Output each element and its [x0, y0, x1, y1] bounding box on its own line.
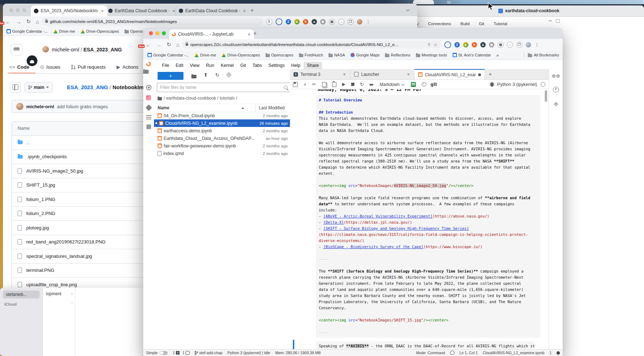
- global-nav-menu-button[interactable]: [11, 44, 22, 55]
- close-window-icon[interactable]: [9, 8, 13, 12]
- window-controls[interactable]: [9, 8, 29, 13]
- commit-author[interactable]: michele-ornl: [26, 104, 54, 109]
- menu-item[interactable]: Kernel: [218, 62, 237, 69]
- mountain-ext-icon[interactable]: ▲: [312, 19, 317, 24]
- forward-icon[interactable]: →: [156, 42, 162, 48]
- git-icon[interactable]: [145, 104, 152, 111]
- stop-kernel-icon[interactable]: [351, 83, 354, 86]
- kernel-status-icon[interactable]: [541, 82, 545, 87]
- paste-cells-icon[interactable]: [332, 82, 336, 87]
- new-tab-button[interactable]: +: [253, 30, 257, 37]
- file-row[interactable]: earthaccess-demo.ipynb 2 months ago: [154, 127, 290, 134]
- notification-count[interactable]: 1: [549, 351, 552, 355]
- bookmark-item[interactable]: Openscapes: [266, 53, 294, 57]
- forward-icon[interactable]: →: [16, 19, 21, 25]
- pane-tab[interactable]: Tutorial: [494, 22, 507, 26]
- close-tab-icon[interactable]: ×: [406, 72, 411, 77]
- file-name-link[interactable]: .ipynb_checkpoints: [27, 154, 67, 159]
- terminal-count[interactable]: 1 $: [173, 351, 180, 355]
- tab-actions[interactable]: ▶ Actions: [117, 64, 139, 70]
- git-clone-icon[interactable]: [226, 72, 232, 78]
- browser-menu-icon[interactable]: ⋮: [535, 42, 539, 47]
- sidepanel-ext-icon[interactable]: ❐: [516, 42, 522, 48]
- sidebar-toggle-button[interactable]: [10, 82, 21, 93]
- git-toolbar-label[interactable]: git: [431, 82, 437, 87]
- profile-avatar[interactable]: [526, 42, 531, 47]
- browser-menu-icon[interactable]: ⋮: [366, 19, 371, 24]
- menu-item[interactable]: View: [187, 62, 203, 69]
- sidebar-item-user[interactable]: stefanieb...: [3, 291, 40, 298]
- simple-mode-toggle[interactable]: [160, 351, 168, 355]
- menu-item[interactable]: Settings: [265, 62, 288, 69]
- file-name-link[interactable]: spectral_signatures_landsat.jpg: [26, 254, 92, 259]
- restart-run-all-icon[interactable]: ▶▶: [369, 83, 373, 86]
- bookmark-item[interactable]: Google Calendar -...: [148, 53, 189, 57]
- git-branch-status[interactable]: stef-add-chap: [195, 351, 222, 355]
- sidepanel-ext-icon[interactable]: ❐: [348, 19, 354, 25]
- reader-ext-icon[interactable]: ▤: [329, 19, 335, 25]
- bookmark-item[interactable]: Google Calendar -...: [6, 29, 48, 33]
- file-row[interactable]: Earthdata_Cloud__Data_Access_OPeNDAP... …: [154, 134, 290, 142]
- scrollbar-thumb[interactable]: [545, 90, 547, 102]
- copy-cells-icon[interactable]: [322, 82, 326, 87]
- new-launcher-button[interactable]: +: [158, 72, 183, 80]
- profile-avatar[interactable]: [357, 19, 362, 24]
- restart-kernel-icon[interactable]: ↻: [360, 82, 364, 87]
- tab-pull-requests[interactable]: Pull requests: [71, 64, 106, 70]
- reload-icon[interactable]: ↻: [26, 18, 31, 25]
- finder-row[interactable]: lopment ›: [42, 288, 75, 298]
- branch-selector[interactable]: main: [24, 82, 53, 93]
- mountain-ext-icon[interactable]: ▲: [480, 42, 486, 47]
- close-tab-icon[interactable]: ×: [100, 8, 104, 14]
- tab-issues[interactable]: ⊙ Issues: [40, 64, 60, 70]
- home-folder-icon[interactable]: [158, 97, 162, 100]
- home-icon[interactable]: ⌂: [36, 19, 39, 25]
- bookmarks-overflow-chevron[interactable]: »: [496, 53, 499, 58]
- download-ext-icon[interactable]: ↓: [338, 19, 344, 25]
- menu-item[interactable]: Help: [288, 62, 304, 69]
- pane-minimize-icon[interactable]: [549, 20, 552, 21]
- zotero-icon[interactable]: Z: [454, 42, 460, 47]
- bookmark-item[interactable]: Drive-Openscapes: [222, 53, 260, 57]
- bookmark-item[interactable]: NASA: [328, 53, 345, 57]
- bitly-icon[interactable]: b: [303, 19, 308, 24]
- pane-tab[interactable]: Build: [461, 22, 470, 26]
- file-name-link[interactable]: plotveg.jpg: [26, 225, 49, 231]
- file-row[interactable]: fair-workflow-geoweaver-demo.ipynb 2 mon…: [154, 142, 290, 150]
- clock-icon[interactable]: [422, 82, 426, 87]
- bookmark-star-icon[interactable]: ☆: [434, 42, 437, 47]
- cursor-position[interactable]: Ln 1, Col 1: [459, 351, 478, 355]
- file-name-link[interactable]: red_band_ang20190627t223018.PNG: [26, 239, 105, 245]
- save-icon[interactable]: [293, 82, 298, 87]
- zoom-window-icon[interactable]: [22, 8, 26, 12]
- close-tab-icon[interactable]: ×: [247, 32, 251, 37]
- bookmark-item[interactable]: Meetings tools: [416, 53, 447, 57]
- file-list-header[interactable]: Name Last Modified: [154, 104, 290, 112]
- tab-terminal[interactable]: $ Terminal 3 ×: [290, 69, 350, 79]
- commit-message[interactable]: add folium grabs images: [57, 104, 108, 109]
- menu-item[interactable]: Run: [203, 62, 218, 69]
- share-page-icon[interactable]: ⇪: [427, 42, 431, 47]
- browser-tab[interactable]: EarthData Cloud Cookbook - W ×: [176, 5, 249, 16]
- minimize-window-icon[interactable]: [16, 8, 20, 12]
- bookmark-item[interactable]: Reflections: [385, 53, 410, 57]
- onepassword-icon[interactable]: ◌: [444, 41, 451, 48]
- cell-type-dropdown[interactable]: Markdown: [380, 82, 404, 87]
- bookmark-item[interactable]: St. Ann's Calendar: [453, 53, 491, 57]
- zotero-icon[interactable]: Z: [286, 19, 291, 24]
- browser-tab-active[interactable]: CloudAVIRIS-... - JupyterLab ×: [169, 29, 254, 39]
- tab-search-chevron-icon[interactable]: [406, 8, 410, 12]
- markdown-cell-editor-next[interactable]: Speaking of **AVIRIS** - the ORNL DAAC i…: [316, 341, 535, 350]
- extension-manager-icon[interactable]: [146, 124, 151, 129]
- bell-icon[interactable]: [557, 351, 560, 354]
- menu-item[interactable]: Share: [304, 62, 322, 69]
- share-icon[interactable]: ⇪: [266, 19, 272, 25]
- bookmark-item[interactable]: FredHutch: [299, 53, 323, 57]
- commit-author-avatar[interactable]: [16, 103, 23, 110]
- back-icon[interactable]: ←: [5, 19, 11, 25]
- camera-ext-icon[interactable]: ◉: [320, 19, 326, 24]
- file-row[interactable]: CloudAVIRIS-NG_L2_examine.ipynb 26 minut…: [154, 119, 290, 127]
- close-window-icon[interactable]: [149, 31, 153, 35]
- command-mode-status[interactable]: Mode: Command: [416, 351, 445, 355]
- execute-time-icon[interactable]: [411, 82, 416, 87]
